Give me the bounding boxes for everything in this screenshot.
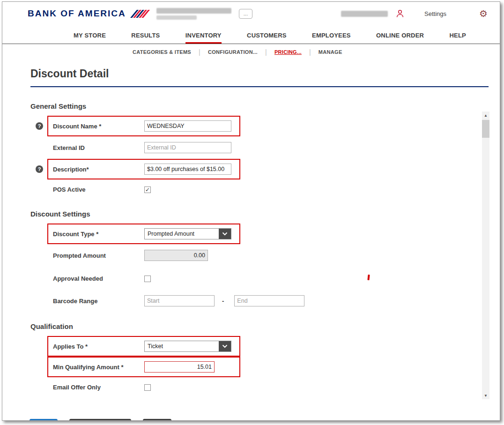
nav-online-order[interactable]: ONLINE ORDER xyxy=(376,32,424,44)
stray-red-mark xyxy=(367,275,370,280)
chevron-down-icon xyxy=(219,341,231,351)
subnav-manage[interactable]: MANAGE xyxy=(319,49,342,55)
nav-help[interactable]: HELP xyxy=(449,32,466,44)
barcode-range-row: Barcode Range - xyxy=(47,291,347,311)
min-qualifying-amount-row: Min Qualifying Amount * xyxy=(47,357,240,377)
nav-inventory[interactable]: INVENTORY xyxy=(185,32,222,44)
applies-to-value: Ticket xyxy=(145,341,219,351)
more-options-button[interactable]: ... xyxy=(239,9,252,19)
settings-link[interactable]: Settings xyxy=(424,10,446,17)
redacted-user-name xyxy=(341,11,388,17)
email-offer-only-label: Email Offer Only xyxy=(53,384,144,391)
discount-type-label: Discount Type * xyxy=(53,231,144,238)
discount-settings-heading: Discount Settings xyxy=(30,210,500,218)
description-row: ? Description* xyxy=(47,159,240,179)
discount-type-value: Prompted Amount xyxy=(145,229,219,239)
description-input[interactable] xyxy=(144,164,231,175)
external-id-label: External ID xyxy=(53,144,144,151)
discount-name-label: Discount Name * xyxy=(53,123,144,130)
vertical-scrollbar[interactable]: ▲ ▼ xyxy=(482,112,489,399)
discount-name-input[interactable] xyxy=(144,120,231,132)
header-bar: BANK OF AMERICA ... Setting xyxy=(2,2,500,25)
pos-active-row: POS Active ✓ xyxy=(47,181,240,198)
approval-needed-label: Approval Needed xyxy=(53,275,144,282)
prompted-amount-input xyxy=(144,250,208,261)
description-label: Description* xyxy=(53,166,144,173)
barcode-end-input[interactable] xyxy=(234,295,304,306)
applies-to-row: Applies To * Ticket xyxy=(47,336,240,357)
main-navigation: MY STORE RESULTS INVENTORY CUSTOMERS EMP… xyxy=(2,25,500,44)
title-divider xyxy=(30,86,489,87)
page-title: Discount Detail xyxy=(30,67,500,80)
gear-icon[interactable]: ⚙ xyxy=(479,9,488,18)
external-id-row: External ID xyxy=(47,137,240,158)
subnav-configuration[interactable]: CONFIGURATION... xyxy=(208,49,258,55)
help-icon[interactable]: ? xyxy=(36,122,43,130)
bank-of-america-logo: BANK OF AMERICA xyxy=(28,8,151,19)
subnav-separator: | xyxy=(265,48,267,56)
email-offer-only-checkbox[interactable] xyxy=(144,384,151,391)
external-id-input[interactable] xyxy=(144,142,231,153)
discount-type-row: Discount Type * Prompted Amount xyxy=(47,224,240,244)
discard-changes-button[interactable]: Discard Changes xyxy=(69,419,131,421)
approval-needed-checkbox[interactable] xyxy=(144,276,151,282)
discount-detail-form: General Settings ? Discount Name * Exter… xyxy=(2,102,500,411)
pos-active-label: POS Active xyxy=(53,186,144,193)
email-offer-only-row: Email Offer Only xyxy=(47,379,240,395)
applies-to-label: Applies To * xyxy=(53,343,144,350)
applies-to-select[interactable]: Ticket xyxy=(144,341,231,352)
scrollbar-thumb[interactable] xyxy=(482,120,489,138)
barcode-range-label: Barcode Range xyxy=(53,298,144,305)
general-settings-heading: General Settings xyxy=(30,102,500,110)
subnav-categories-items[interactable]: CATEGORIES & ITEMS xyxy=(133,49,191,55)
prompted-amount-row: Prompted Amount xyxy=(47,245,240,266)
subnav-separator: | xyxy=(199,48,200,56)
barcode-range-dash: - xyxy=(222,298,224,305)
boa-flag-icon xyxy=(129,8,151,19)
help-icon[interactable]: ? xyxy=(36,165,43,173)
subnav-pricing[interactable]: PRICING... xyxy=(274,49,302,55)
nav-customers[interactable]: CUSTOMERS xyxy=(247,32,287,44)
qualification-heading: Qualification xyxy=(30,322,500,330)
pos-active-checkbox[interactable]: ✓ xyxy=(144,186,151,193)
barcode-start-input[interactable] xyxy=(144,295,215,306)
user-profile-icon[interactable] xyxy=(395,9,405,18)
prompted-amount-label: Prompted Amount xyxy=(53,252,144,259)
scroll-down-button[interactable]: ▼ xyxy=(482,392,489,399)
chevron-down-icon xyxy=(219,229,231,239)
min-qualifying-amount-label: Min Qualifying Amount * xyxy=(53,364,144,371)
app-window: BANK OF AMERICA ... Setting xyxy=(2,1,500,421)
approval-needed-row: Approval Needed xyxy=(47,270,240,287)
nav-employees[interactable]: EMPLOYEES xyxy=(312,32,351,44)
footer-actions: Save Discard Changes Close xyxy=(2,411,500,421)
close-button[interactable]: Close xyxy=(143,419,171,421)
scroll-up-button[interactable]: ▲ xyxy=(482,112,489,119)
inventory-subnav: CATEGORIES & ITEMS | CONFIGURATION... | … xyxy=(2,44,500,60)
subnav-separator: | xyxy=(309,48,311,56)
save-button[interactable]: Save xyxy=(30,419,58,421)
discount-type-select[interactable]: Prompted Amount xyxy=(144,228,231,239)
logo-text: BANK OF AMERICA xyxy=(28,8,126,19)
redacted-merchant-name xyxy=(156,8,231,20)
nav-results[interactable]: RESULTS xyxy=(131,32,160,44)
min-qualifying-amount-input[interactable] xyxy=(144,361,215,373)
nav-my-store[interactable]: MY STORE xyxy=(74,32,106,44)
discount-name-row: ? Discount Name * xyxy=(47,116,240,136)
